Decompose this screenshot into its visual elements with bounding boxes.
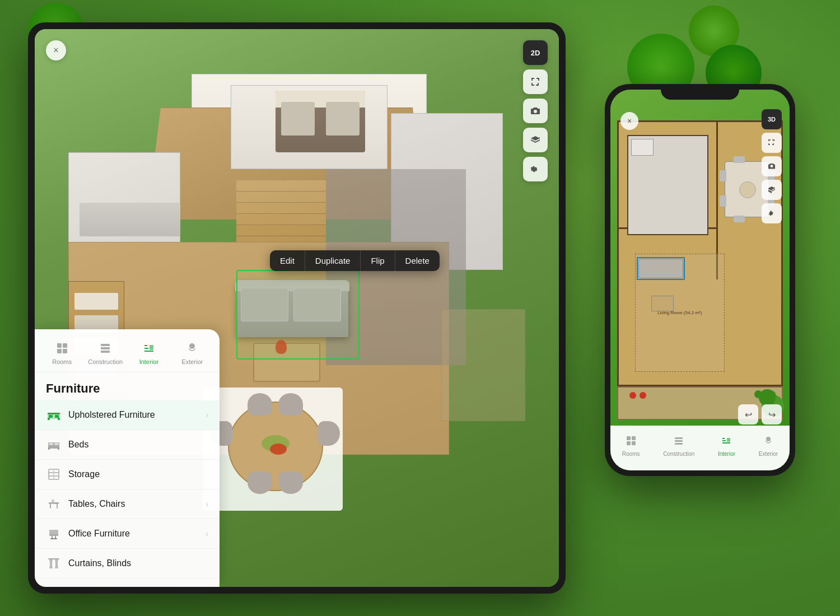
tab-exterior-label: Exterior: [181, 358, 203, 365]
phone-device: Living Room (54.2 m²): [605, 84, 795, 476]
settings-button[interactable]: [523, 157, 548, 181]
phone-tab-rooms-label: Rooms: [622, 451, 640, 457]
tables-label: Tables, Chairs: [68, 499, 199, 509]
expand-button[interactable]: [523, 69, 548, 94]
fp-flower-2: [640, 392, 646, 399]
svg-rect-49: [675, 440, 683, 442]
svg-rect-1: [63, 343, 67, 348]
phone-interior-icon: [721, 435, 732, 449]
tab-exterior[interactable]: Exterior: [171, 338, 214, 367]
list-item-office[interactable]: Office Furniture ›: [35, 519, 220, 549]
phone-close-button[interactable]: ×: [620, 112, 638, 130]
beds-icon: [46, 437, 62, 452]
phone-toolbar: 3D: [762, 109, 782, 223]
kitchen-counter: [80, 203, 180, 236]
storage-icon: [46, 466, 62, 482]
chair-3: [248, 472, 272, 494]
list-item-rugs[interactable]: Rugs: [35, 578, 220, 587]
fp-flower-1: [629, 392, 636, 399]
undo-button[interactable]: ↩: [738, 404, 758, 424]
rugs-icon: [46, 585, 62, 587]
edit-button[interactable]: Edit: [270, 250, 305, 271]
tablet-close-button[interactable]: ×: [46, 40, 66, 60]
tablet-toolbar: 2D: [523, 40, 548, 181]
phone-screen: Living Room (54.2 m²): [610, 90, 790, 470]
tab-interior[interactable]: Interior: [127, 338, 171, 367]
tablet-device: Edit Duplicate Flip Delete: [28, 22, 566, 594]
list-item-beds[interactable]: Beds: [35, 430, 220, 460]
svg-rect-50: [675, 437, 683, 439]
phone-tab-rooms[interactable]: Rooms: [622, 435, 640, 457]
upholstered-icon: [46, 407, 62, 423]
svg-rect-12: [48, 413, 60, 414]
svg-rect-32: [49, 534, 58, 536]
list-item-storage[interactable]: Storage: [35, 460, 220, 489]
phone-exterior-icon: [763, 435, 774, 449]
svg-rect-2: [57, 349, 62, 353]
curtains-label: Curtains, Blinds: [68, 558, 208, 568]
phone-bottom-tabs: Rooms Construction: [610, 426, 790, 470]
phone-layers-icon: [768, 186, 776, 194]
phone-layers-button[interactable]: [762, 180, 782, 200]
svg-rect-10: [49, 415, 53, 418]
phone-view-3d-button[interactable]: 3D: [762, 109, 782, 129]
flip-button[interactable]: Flip: [361, 250, 395, 271]
list-item-upholstered[interactable]: Upholstered Furniture ›: [35, 400, 220, 430]
tab-interior-label: Interior: [139, 358, 158, 365]
phone-settings-icon: [768, 209, 776, 217]
phone-construction-icon: [673, 435, 684, 449]
phone-tab-interior-label: Interior: [718, 451, 735, 457]
fp-sofa-selection: [637, 257, 685, 280]
fp-chair-left: [720, 170, 726, 181]
phone-settings-button[interactable]: [762, 203, 782, 223]
svg-point-24: [53, 470, 54, 472]
svg-rect-18: [55, 443, 58, 445]
svg-rect-45: [627, 436, 631, 440]
view-2d-button[interactable]: 2D: [523, 40, 548, 65]
camera-button[interactable]: [523, 99, 548, 123]
phone-expand-button[interactable]: [762, 133, 782, 153]
phone-camera-button[interactable]: [762, 156, 782, 176]
svg-rect-46: [632, 436, 636, 440]
list-item-curtains[interactable]: Curtains, Blinds: [35, 549, 220, 578]
phone-plant-br2: [759, 389, 776, 406]
svg-rect-30: [52, 500, 54, 504]
construction-icon: [97, 340, 113, 356]
svg-rect-28: [50, 504, 51, 508]
svg-rect-35: [50, 538, 57, 539]
tab-construction[interactable]: Construction: [84, 338, 128, 367]
fp-chair-top: [734, 156, 745, 163]
svg-rect-5: [101, 344, 110, 346]
curtains-icon: [46, 556, 62, 571]
fp-table-center: [739, 181, 756, 198]
layers-icon: [530, 135, 540, 145]
phone-tab-construction-label: Construction: [663, 451, 694, 457]
office-label: Office Furniture: [68, 529, 199, 539]
delete-button[interactable]: Delete: [395, 250, 440, 271]
tab-rooms[interactable]: Rooms: [40, 338, 84, 367]
tables-chevron: ›: [206, 500, 208, 508]
tab-construction-label: Construction: [88, 358, 123, 365]
bed-pillow-1: [281, 102, 315, 136]
sidebar-tabs: Rooms Construction: [35, 329, 220, 372]
svg-rect-4: [101, 347, 110, 349]
phone-tab-interior[interactable]: Interior: [718, 435, 735, 457]
exterior-icon: [184, 340, 200, 356]
rooms-icon: [54, 340, 70, 356]
phone-expand-icon: [768, 139, 776, 147]
svg-rect-3: [63, 349, 67, 353]
phone-tab-exterior[interactable]: Exterior: [759, 435, 778, 457]
office-icon: [46, 526, 62, 542]
list-item-tables[interactable]: Tables, Chairs ›: [35, 489, 220, 519]
duplicate-button[interactable]: Duplicate: [305, 250, 361, 271]
sidebar-panel: Rooms Construction: [35, 329, 220, 587]
layers-button[interactable]: [523, 128, 548, 152]
svg-rect-36: [48, 558, 59, 559]
svg-rect-17: [49, 443, 53, 445]
svg-rect-52: [727, 438, 730, 442]
phone-tab-construction[interactable]: Construction: [663, 435, 694, 457]
svg-rect-29: [57, 504, 58, 508]
svg-point-26: [53, 477, 54, 478]
patio-area: [441, 309, 525, 421]
redo-button[interactable]: ↪: [762, 404, 782, 424]
